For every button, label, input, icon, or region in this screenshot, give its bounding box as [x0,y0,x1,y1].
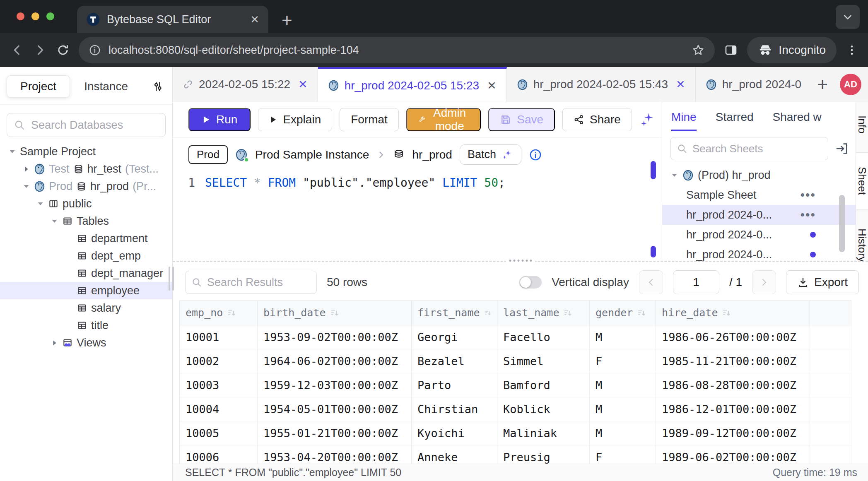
new-sheet-tab-button[interactable]: + [811,74,834,95]
forward-icon[interactable] [33,43,47,57]
sheet-tab-shared-w[interactable]: Shared w [773,111,822,131]
tree-item-test-db-hr-test-test[interactable]: Testhr_test(Test... [0,160,172,178]
export-button[interactable]: Export [786,270,859,294]
vertical-display-toggle[interactable] [519,276,542,289]
tab-instance[interactable]: Instance [74,76,138,97]
column-header-gender[interactable]: gender [590,301,656,325]
minimize-window-button[interactable] [31,12,39,20]
sort-icon[interactable] [484,308,491,317]
table-cell[interactable]: 1953-04-20T00:00:00Z [258,445,412,464]
instance-name[interactable]: Prod Sample Instance [255,148,369,161]
sheet-tab-mine[interactable]: Mine [671,111,697,131]
tab-search-button[interactable] [836,5,860,29]
address-bar[interactable]: localhost:8080/sql-editor/sheet/project-… [79,37,715,63]
table-cell[interactable]: Chirstian [412,397,497,421]
close-tab-icon[interactable]: ✕ [250,13,259,26]
column-header-first-name[interactable]: first_name [412,301,497,325]
tree-item-prod-db-hr-prod-pr[interactable]: Prodhr_prod(Pr... [0,178,172,195]
caret-down-icon[interactable] [51,217,58,225]
table-cell[interactable]: Simmel [497,349,590,373]
save-button[interactable]: Save [488,108,555,131]
maximize-window-button[interactable] [46,12,54,20]
user-avatar[interactable]: AD [840,74,861,95]
dock-tab-info[interactable]: Info [856,107,868,142]
import-sheet-icon[interactable] [835,142,849,156]
tree-item-employee[interactable]: employee [0,282,172,299]
sheet-item-hr-prod-2024-0[interactable]: hr_prod 2024-0... [662,245,856,261]
dock-tab-sheet[interactable]: Sheet [856,152,868,209]
sql-editor[interactable]: 1 SELECT * FROM "public"."employee" LIMI… [173,172,662,261]
previous-page-button[interactable] [639,270,663,294]
caret-right-icon[interactable] [51,339,58,347]
sidebar-resize-handle[interactable] [169,267,174,291]
sheet-more-icon[interactable]: ••• [800,208,816,222]
run-button[interactable]: Run [188,108,251,131]
tree-item-tables[interactable]: Tables [0,212,172,230]
sheet-item-hr-prod-2024-0[interactable]: hr_prod 2024-0... [662,225,856,245]
close-tab-icon[interactable]: ✕ [487,79,497,92]
table-cell[interactable]: 10002 [180,349,258,373]
sheet-list-scrollbar-thumb[interactable] [839,195,845,252]
format-button[interactable]: Format [340,108,399,131]
table-cell[interactable]: 1959-12-03T00:00:00Z [258,373,412,397]
tree-item-sample-project[interactable]: Sample Project [0,143,172,160]
table-cell[interactable]: F [590,445,656,464]
url-text[interactable]: localhost:8080/sql-editor/sheet/project-… [108,44,684,57]
table-cell[interactable]: F [590,349,656,373]
back-icon[interactable] [10,43,24,57]
tree-item-dept-emp[interactable]: dept_emp [0,247,172,265]
tree-item-title[interactable]: title [0,317,172,334]
new-tab-button[interactable]: + [282,10,292,31]
side-panel-icon[interactable] [724,43,738,57]
caret-right-icon[interactable] [22,165,30,173]
table-cell[interactable]: 1954-05-01T00:00:00Z [258,397,412,421]
sheet-item-hr-prod-2024-0[interactable]: hr_prod 2024-0...••• [662,205,856,225]
table-cell[interactable]: 10003 [180,373,258,397]
browser-menu-icon[interactable] [846,44,858,56]
table-row[interactable]: 100041954-05-01T00:00:00ZChirstianKoblic… [180,397,851,421]
close-tab-icon[interactable]: ✕ [676,78,685,91]
table-cell[interactable]: 10005 [180,421,258,445]
editor-tab-hr-prod-2024-02-05-15-43[interactable]: hr_prod 2024-02-05 15:43✕ [507,67,696,102]
table-row[interactable]: 100021964-06-02T00:00:00ZBezalelSimmelF1… [180,349,851,373]
column-header-emp-no[interactable]: emp_no [180,301,258,325]
tab-project[interactable]: Project [7,75,70,98]
column-header-hire-date[interactable]: hire_date [656,301,810,325]
tree-item-department[interactable]: department [0,230,172,247]
table-cell[interactable]: M [590,421,656,445]
table-cell[interactable]: Bamford [497,373,590,397]
table-cell[interactable]: 1986-06-26T00:00:00Z [656,325,810,349]
sql-code-line[interactable]: SELECT * FROM "public"."employee" LIMIT … [205,176,505,261]
tree-item-dept-manager[interactable]: dept_manager [0,265,172,282]
table-row[interactable]: 100011953-09-02T00:00:00ZGeorgiFacelloM1… [180,325,851,349]
sheet-item-sample-sheet[interactable]: Sample Sheet••• [662,185,856,205]
window-controls[interactable] [17,12,54,20]
search-databases-input[interactable]: Search Databases [7,113,166,137]
table-cell[interactable]: 1955-01-21T00:00:00Z [258,421,412,445]
sort-icon[interactable] [563,308,572,317]
table-cell[interactable]: M [590,373,656,397]
editor-tab-hr-prod-2024-02-05-15-23[interactable]: hr_prod 2024-02-05 15:23✕ [318,67,507,102]
table-cell[interactable]: M [590,325,656,349]
site-info-icon[interactable] [89,44,101,56]
share-button[interactable]: Share [562,108,632,131]
close-tab-icon[interactable]: ✕ [298,78,308,91]
table-cell[interactable]: 1985-11-21T00:00:00Z [656,349,810,373]
table-row[interactable]: 100051955-01-21T00:00:00ZKyoichiMaliniak… [180,421,851,445]
sort-icon[interactable] [722,308,731,317]
table-cell[interactable]: Koblick [497,397,590,421]
table-cell[interactable]: Georgi [412,325,497,349]
table-cell[interactable]: 10004 [180,397,258,421]
reload-icon[interactable] [56,43,70,57]
column-header-birth-date[interactable]: birth_date [258,301,412,325]
table-cell[interactable]: Parto [412,373,497,397]
editor-vertical-scrollbar-thumb[interactable] [651,161,656,179]
search-results-input[interactable]: Search Results [185,271,317,294]
search-sheets-input[interactable]: Search Sheets [670,137,828,160]
batch-button[interactable]: Batch [460,144,521,165]
sort-icon[interactable] [330,308,339,317]
table-cell[interactable]: Bezalel [412,349,497,373]
table-cell[interactable]: Maliniak [497,421,590,445]
explain-button[interactable]: Explain [258,108,332,131]
filter-sliders-icon[interactable] [152,80,164,93]
